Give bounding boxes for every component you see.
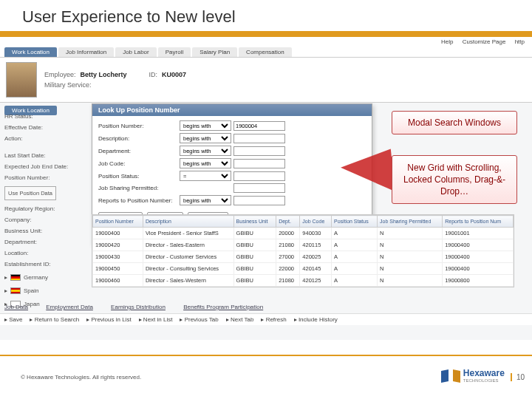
- column-header[interactable]: Description: [143, 216, 233, 228]
- table-row[interactable]: 19000420Director - Sales-EasternGBIBU210…: [93, 239, 514, 251]
- cell: 420115: [300, 239, 332, 251]
- field-dept: Department:: [4, 236, 87, 248]
- table-row[interactable]: 19000460Director - Sales-WesternGBIBU210…: [93, 275, 514, 287]
- toolbar-next-in-list[interactable]: ▸ Next in List: [139, 316, 173, 323]
- slide-title: User Experience to New level: [0, 0, 532, 37]
- country-germany[interactable]: ▸ Germany: [4, 272, 87, 283]
- http-link[interactable]: http: [515, 38, 525, 45]
- cell: 21080: [276, 239, 300, 251]
- footer: © Hexaware Technologies. All rights rese…: [0, 355, 532, 399]
- search-input[interactable]: [233, 171, 285, 181]
- cell: 19000400: [443, 251, 514, 263]
- cell: Director - Consulting Services: [143, 263, 233, 275]
- toolbar-save[interactable]: ▸ Save: [4, 316, 22, 323]
- operator-select[interactable]: begins with: [180, 146, 231, 156]
- field-busunit: Business Unit:: [4, 225, 87, 236]
- table-row[interactable]: 19000400Vice President - Senior StaffSGB…: [93, 228, 514, 239]
- cell: 22000: [276, 263, 300, 275]
- toolbar-next-tab[interactable]: ▸ Next Tab: [226, 316, 254, 323]
- tab-job-info[interactable]: Job Information: [58, 47, 114, 57]
- operator-select[interactable]: begins with: [180, 133, 231, 143]
- tab-payroll[interactable]: Payroll: [158, 47, 191, 57]
- copyright: © Hexaware Technologies. All rights rese…: [21, 374, 141, 381]
- field-hr-status: HR Status:: [4, 111, 87, 122]
- field-last-start: Last Start Date:: [4, 150, 87, 161]
- operator-select[interactable]: begins with: [180, 158, 231, 168]
- toolbar-return-to-search[interactable]: ▸ Return to Search: [30, 316, 79, 323]
- field-company: Company:: [4, 214, 87, 225]
- tab-job-labor[interactable]: Job Labor: [115, 47, 157, 57]
- cell: N: [378, 251, 443, 263]
- operator-select[interactable]: =: [180, 171, 231, 181]
- customize-link[interactable]: Customize Page: [463, 38, 506, 45]
- logo-mark-icon: [441, 367, 460, 386]
- tab-compensation[interactable]: Compensation: [239, 47, 292, 57]
- column-header[interactable]: Dept.: [276, 216, 300, 228]
- help-link[interactable]: Help: [441, 38, 453, 45]
- field-label: Reports to Position Number:: [98, 197, 180, 204]
- column-header[interactable]: Business Unit: [233, 216, 276, 228]
- form-row: Position Status:=: [98, 171, 366, 181]
- link-benefits[interactable]: Benefits Program Participation: [183, 304, 263, 310]
- column-header[interactable]: Reports to Position Num: [443, 216, 514, 228]
- search-input[interactable]: [233, 183, 285, 193]
- cell: A: [332, 251, 378, 263]
- field-label: Position Status:: [98, 173, 180, 180]
- cell: 27000: [276, 251, 300, 263]
- toolbar-previous-in-list[interactable]: ▸ Previous in List: [86, 316, 131, 323]
- flag-es-icon: [10, 287, 21, 294]
- link-earnings[interactable]: Earnings Distribution: [111, 304, 166, 310]
- column-header[interactable]: Position Status: [332, 216, 378, 228]
- search-input[interactable]: [233, 196, 285, 205]
- search-input[interactable]: [233, 121, 285, 131]
- toolbar-previous-tab[interactable]: ▸ Previous Tab: [180, 316, 218, 323]
- callout-modal: Modal Search Windows: [392, 111, 517, 134]
- field-label: Job Sharing Permitted:: [98, 185, 180, 191]
- modal-title: Look Up Position Number: [92, 104, 372, 116]
- column-header[interactable]: Job Code: [300, 216, 332, 228]
- left-column: HR Status: Effective Date: Action: Last …: [4, 111, 87, 310]
- toolbar-refresh[interactable]: ▸ Refresh: [261, 316, 286, 323]
- column-header[interactable]: Job Sharing Permitted: [378, 216, 443, 228]
- cell: 19000430: [93, 251, 143, 263]
- cell: 420125: [300, 275, 332, 287]
- cell: A: [332, 239, 378, 251]
- field-position-num: Position Number:: [4, 172, 87, 183]
- table-row[interactable]: 19000450Director - Consulting ServicesGB…: [93, 263, 514, 275]
- bottom-links: Job Data Employment Data Earnings Distri…: [0, 301, 532, 313]
- link-emp-data[interactable]: Employment Data: [46, 304, 93, 310]
- results-grid[interactable]: Position NumberDescriptionBusiness UnitD…: [92, 214, 514, 287]
- cell: N: [378, 239, 443, 251]
- search-input[interactable]: [233, 159, 285, 168]
- use-position-button[interactable]: Use Position Data: [4, 186, 56, 200]
- tab-work-location[interactable]: Work Location: [4, 47, 57, 57]
- cell: Vice President - Senior StaffS: [143, 228, 233, 239]
- field-label: Description:: [98, 135, 180, 142]
- table-row[interactable]: 19000430Director - Customer ServicesGBIB…: [93, 251, 514, 263]
- id-label: ID:: [149, 71, 158, 78]
- cell: 19000460: [93, 275, 143, 287]
- callout-arrow-icon: [339, 149, 395, 197]
- toolbar-include-history[interactable]: ▸ Include History: [294, 316, 338, 323]
- cell: A: [332, 228, 378, 239]
- search-input[interactable]: [233, 146, 285, 156]
- logo-brand: Hexaware: [463, 369, 505, 377]
- cell: GBIBU: [233, 263, 276, 275]
- cell: 940030: [300, 228, 332, 239]
- column-header[interactable]: Position Number: [93, 216, 143, 228]
- search-input[interactable]: [233, 134, 285, 143]
- cell: 20000: [276, 228, 300, 239]
- cell: N: [378, 275, 443, 287]
- link-job-data[interactable]: Job Data: [4, 304, 28, 310]
- avatar: [6, 62, 37, 98]
- country-spain[interactable]: ▸ Spain: [4, 285, 87, 296]
- cell: GBIBU: [233, 251, 276, 263]
- tab-salary-plan[interactable]: Salary Plan: [192, 47, 237, 57]
- operator-select[interactable]: begins with: [180, 120, 231, 131]
- cell: Director - Sales-Eastern: [143, 239, 233, 251]
- operator-select[interactable]: begins with: [180, 195, 231, 205]
- field-label: Position Number:: [98, 123, 180, 129]
- cell: N: [378, 263, 443, 275]
- app-content: Help Customize Page http Work Location J…: [0, 37, 532, 340]
- form-row: Reports to Position Number:begins with: [98, 195, 366, 205]
